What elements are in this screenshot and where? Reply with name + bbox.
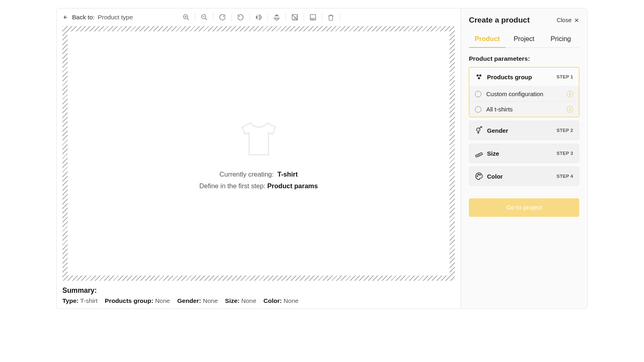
zoom-in-button[interactable] [177, 11, 195, 23]
main-area: Back to: Product type [57, 8, 460, 309]
step-products-group-body: Custom configuration i All t-shirts i [469, 86, 579, 117]
trash-icon [328, 14, 334, 21]
step-color-badge: STEP 4 [557, 174, 573, 179]
flip-horizontal-button[interactable] [250, 11, 267, 23]
flip-horizontal-icon [255, 14, 262, 21]
canvas-line-1-prefix: Currently creating: [219, 171, 274, 178]
contrast-button[interactable] [286, 11, 303, 23]
summary-type: Type: T-shirt [62, 297, 97, 304]
summary: Summary: Type: T-shirt Products group: N… [57, 281, 460, 304]
toolbar: bw [177, 11, 340, 23]
tab-project[interactable]: Project [506, 32, 542, 47]
radio-icon [475, 91, 481, 97]
grayscale-button[interactable]: bw [304, 11, 322, 23]
step-color-header[interactable]: Color STEP 4 [469, 167, 579, 185]
canvas[interactable]: Currently creating: T-shirt Define in th… [68, 31, 450, 276]
svg-point-21 [479, 74, 481, 76]
summary-size-value: None [242, 297, 256, 304]
close-button[interactable]: Close [557, 17, 579, 23]
undo-button[interactable] [231, 11, 249, 23]
summary-heading: Summary: [62, 286, 455, 295]
step-size-header[interactable]: Size STEP 3 [469, 144, 579, 162]
section-label: Product parameters: [469, 55, 579, 62]
sidebar-header: Create a product Close [469, 16, 579, 25]
canvas-wrap: Currently creating: T-shirt Define in th… [57, 26, 460, 281]
canvas-line-2-prefix: Define in the first step: [199, 182, 265, 189]
svg-point-20 [477, 74, 479, 76]
sidebar-title: Create a product [469, 16, 530, 25]
tshirt-placeholder-icon [237, 117, 281, 162]
svg-marker-8 [256, 15, 258, 20]
summary-color-value: None [284, 297, 299, 304]
svg-point-32 [478, 174, 479, 175]
svg-point-23 [477, 128, 480, 131]
step-size: Size STEP 3 [469, 144, 579, 163]
arrow-left-icon [62, 14, 69, 21]
svg-marker-9 [260, 15, 262, 20]
step-color: Color STEP 4 [469, 167, 579, 186]
svg-marker-11 [274, 14, 279, 16]
summary-group-label: Products group: [105, 297, 153, 304]
step-products-group-header[interactable]: Products group STEP 1 [469, 68, 579, 86]
redo-icon [219, 14, 226, 21]
svg-marker-12 [274, 19, 279, 21]
gender-icon [475, 126, 483, 134]
svg-text:bw: bw [311, 18, 314, 20]
canvas-line-1-value: T-shirt [277, 171, 297, 178]
summary-group-value: None [155, 297, 170, 304]
info-icon[interactable]: i [567, 91, 573, 97]
summary-row: Type: T-shirt Products group: None Gende… [62, 297, 455, 304]
option-custom-configuration[interactable]: Custom configuration i [469, 86, 579, 102]
canvas-line-2: Define in the first step: Product params [199, 182, 318, 190]
topbar: Back to: Product type [57, 8, 460, 26]
svg-line-30 [480, 154, 480, 155]
step-gender-header[interactable]: Gender STEP 2 [469, 121, 579, 140]
svg-line-28 [477, 155, 478, 156]
step-products-group-title: Products group [487, 74, 553, 80]
summary-type-label: Type: [62, 297, 78, 304]
toolbar-separator [340, 13, 340, 21]
redo-button[interactable] [213, 11, 231, 23]
summary-color: Color: None [264, 297, 299, 304]
canvas-line-2-value: Product params [267, 182, 318, 189]
step-color-title: Color [487, 173, 553, 180]
radio-icon [475, 106, 481, 113]
palette-icon [475, 172, 483, 180]
svg-line-2 [187, 19, 189, 20]
tab-pricing[interactable]: Pricing [543, 32, 579, 47]
summary-gender: Gender: None [177, 297, 218, 304]
summary-color-label: Color: [264, 297, 282, 304]
option-all-tshirts[interactable]: All t-shirts i [469, 102, 579, 117]
svg-point-22 [478, 77, 480, 79]
step-size-badge: STEP 3 [557, 151, 573, 156]
svg-line-6 [205, 19, 207, 20]
app-shell: Back to: Product type [56, 8, 588, 309]
step-gender: Gender STEP 2 [469, 121, 579, 140]
sidebar: Create a product Close Product Project P… [460, 8, 587, 309]
flip-vertical-icon [273, 14, 280, 21]
zoom-in-icon [182, 14, 190, 21]
grayscale-icon: bw [309, 14, 316, 21]
summary-group: Products group: None [105, 297, 170, 304]
back-link[interactable]: Back to: Product type [62, 14, 133, 21]
info-icon[interactable]: i [567, 106, 573, 113]
canvas-line-1: Currently creating: T-shirt [219, 171, 297, 178]
option-custom-label: Custom configuration [486, 90, 562, 97]
zoom-out-icon [200, 14, 208, 21]
delete-button[interactable] [322, 11, 340, 23]
go-to-project-button[interactable]: Go to project [469, 198, 579, 217]
flip-vertical-button[interactable] [268, 11, 285, 23]
summary-size: Size: None [225, 297, 256, 304]
ruler-icon [475, 149, 483, 157]
undo-icon [237, 14, 244, 21]
step-products-group: Products group STEP 1 Custom configurati… [469, 67, 579, 117]
step-gender-title: Gender [487, 127, 553, 134]
group-icon [475, 73, 483, 81]
summary-gender-value: None [203, 297, 218, 304]
zoom-out-button[interactable] [195, 11, 213, 23]
option-all-label: All t-shirts [486, 106, 562, 113]
tab-product[interactable]: Product [469, 32, 506, 47]
contrast-icon [291, 14, 298, 21]
sidebar-tabs: Product Project Pricing [469, 32, 579, 48]
svg-point-31 [477, 176, 478, 177]
